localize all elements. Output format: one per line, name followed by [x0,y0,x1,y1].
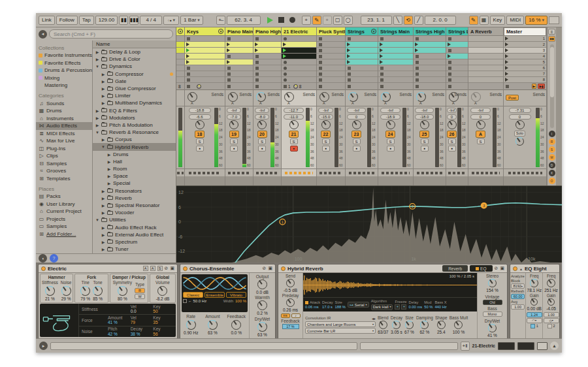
hot-swap-icon[interactable] [263,266,267,271]
tree-item[interactable]: ▶Space [93,172,176,180]
tree-item[interactable]: ▶Tuner [93,246,176,253]
track-activator-button[interactable]: 19 [229,131,239,138]
algorithm-select[interactable]: Dark Hall▾ [371,304,393,310]
track-header[interactable]: Piano High [253,27,281,36]
clip-slot[interactable] [185,36,225,42]
clip-slot[interactable] [378,54,413,59]
clip-slot[interactable] [176,36,184,42]
chevron-right-icon[interactable]: ▶ [101,72,105,76]
track-header[interactable]: Keys▾ [185,27,225,36]
search-input[interactable] [49,29,173,39]
computer-midi-keyboard-button[interactable] [480,16,489,25]
dry-wet-knob[interactable] [488,324,497,332]
clip-slot[interactable] [225,59,253,65]
browser-back-icon[interactable]: ◂ [39,30,47,39]
track-header[interactable]: Strings▾ [346,27,378,36]
clip-slot[interactable] [468,77,503,83]
track-header[interactable]: 21 Electric [282,27,316,36]
punch-in-button[interactable] [393,16,402,25]
group-fold-icon[interactable]: ▾ [178,29,183,34]
clip-slot[interactable]: 8 [504,77,546,83]
peak-level-display[interactable]: -Inf [227,108,241,113]
solo-button[interactable]: S [196,138,204,144]
analyze-label[interactable]: Analyze [511,274,525,278]
sidebar-item-drums[interactable]: ▦Drums [36,107,92,115]
mixer-section-toggle-x[interactable]: X [549,170,555,176]
chevron-right-icon[interactable]: ▶ [107,159,111,164]
chevron-right-icon[interactable]: ▶ [101,225,105,230]
tree-item[interactable]: ▶Room [93,165,176,172]
electric-cell[interactable]: Decay38 % [131,327,154,336]
sidebar-item-instruments[interactable]: ⌂Instruments [36,115,92,123]
link-button[interactable]: Link [39,16,55,25]
clip-slot[interactable] [414,54,446,59]
tree-item[interactable]: ▶Compressor [93,71,176,78]
arrangement-position-display[interactable]: 62. 3. 4 [227,16,261,25]
send-a-knob[interactable] [188,92,197,102]
electric-cell[interactable]: Vel0.0 [131,304,154,314]
stiffness-knob[interactable] [45,286,55,296]
hot-swap-icon[interactable] [165,266,169,271]
send-knob[interactable] [286,279,295,287]
clip-slot[interactable] [468,59,503,65]
save-preset-icon[interactable] [268,266,272,271]
track-activator-button[interactable]: 23 [351,131,361,138]
volume-display[interactable]: 0 [509,114,531,120]
chevron-right-icon[interactable]: ▶ [101,137,105,142]
clip-slot[interactable] [225,71,253,77]
band2-q-value[interactable]: 1.00 [544,312,559,317]
clip-slot[interactable] [468,36,503,42]
arm-record-button[interactable]: ● [322,146,330,152]
clip-slot[interactable] [317,36,345,42]
automation-arm-button[interactable] [312,16,321,25]
clip-slot[interactable] [378,48,413,54]
decay-param[interactable]: Decay17.0 s [322,300,333,309]
arm-record-button[interactable]: ● [258,146,266,152]
dry-wet-knob[interactable] [257,322,267,332]
volume-display[interactable]: -18.0 [415,114,433,120]
arm-record-button[interactable]: ● [448,146,456,152]
electric-cell[interactable]: Key56 [153,327,176,336]
midi-map-button[interactable]: MIDI [506,16,524,25]
mixer-section-toggle-i[interactable]: I [549,131,555,137]
chevron-right-icon[interactable]: ▶ [101,93,105,98]
clip-slot[interactable] [378,59,413,65]
avg-value[interactable]: 1.00 [511,304,525,310]
electric-cell[interactable]: Key50 [153,304,176,314]
arm-record-button[interactable]: ● [421,146,429,152]
pan-knob[interactable] [515,120,525,129]
size-knob[interactable] [405,321,414,329]
solo-button[interactable]: Solo [514,131,525,136]
peak-level-display[interactable]: -Inf [415,108,433,113]
delay-param[interactable]: Delay0.00 ms [409,300,423,309]
clip-slot[interactable] [414,71,446,77]
track-header[interactable]: Strings Laye [446,27,468,36]
back-to-arrangement-button[interactable]: ▶▮ [538,84,545,89]
clip-slot[interactable] [282,54,316,59]
chevron-right-icon[interactable]: ▶ [95,123,99,127]
clip-slot[interactable]: 5 [504,59,546,65]
chevron-right-icon[interactable]: ▶ [101,189,105,193]
sidebar-item-place[interactable]: ◉User Library [36,200,92,208]
peak-level-display[interactable]: -12.7 [284,108,304,113]
block-select[interactable]: 8192▾ [511,283,525,289]
clip-slot[interactable] [225,77,253,83]
predelay-knob[interactable] [286,298,295,307]
key-map-button[interactable]: Key [490,16,506,25]
clip-slot[interactable] [176,65,184,71]
chevron-right-icon[interactable]: ▶ [95,116,99,120]
preview-volume-knob[interactable] [515,137,524,146]
output-knob[interactable] [257,279,267,289]
band1-filter-type-select[interactable]: ◠▾ [527,318,542,323]
track-stop-row[interactable] [468,83,503,90]
clip-slot[interactable]: 7 [504,71,546,77]
preview-headphone-icon[interactable]: ◖ [39,254,47,263]
send-a-knob[interactable] [256,92,266,102]
clip-slot[interactable] [346,54,378,59]
clip-slot[interactable] [446,71,468,77]
follow-button[interactable]: Follow [56,16,78,25]
chevron-down-icon[interactable]: ▼ [95,65,99,69]
clip-slot[interactable] [346,77,378,83]
clip-slot[interactable]: 4 [504,54,546,59]
clip-slot[interactable] [282,71,316,77]
